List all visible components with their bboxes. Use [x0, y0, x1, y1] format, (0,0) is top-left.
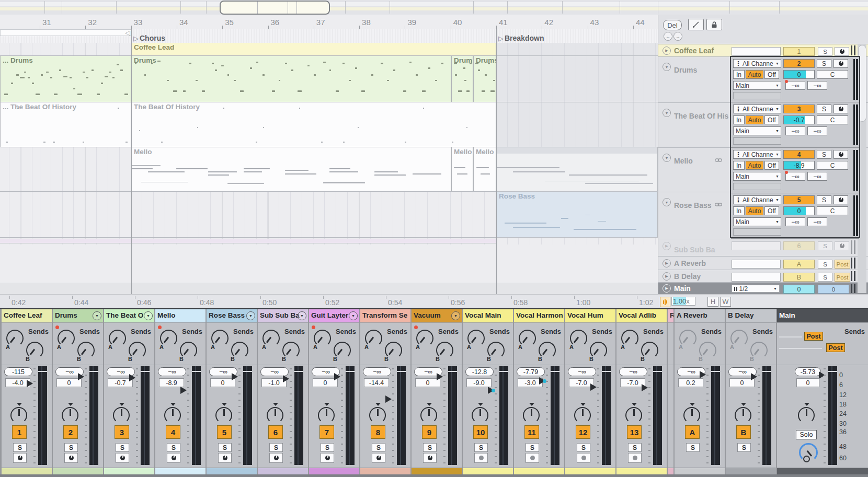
- fader-handle[interactable]: [700, 371, 706, 378]
- chevron-down-icon[interactable]: ▼: [663, 63, 671, 71]
- mixer-strip-transform-se[interactable]: Transform SeSendsAB−∞-14.48S: [360, 309, 410, 474]
- send-b-knob[interactable]: B: [639, 340, 660, 361]
- track-number-badge[interactable]: 5: [783, 195, 815, 204]
- solo-button[interactable]: S: [817, 104, 831, 113]
- monitor-auto-button[interactable]: Auto: [746, 206, 763, 215]
- solo-button[interactable]: S: [526, 443, 539, 452]
- arm-button[interactable]: [833, 59, 848, 68]
- send-a-knob[interactable]: A: [466, 328, 487, 349]
- arm-button[interactable]: [116, 453, 129, 463]
- send-b-knob[interactable]: B: [749, 340, 770, 361]
- send-b-knob[interactable]: B: [537, 340, 558, 361]
- pan-knob[interactable]: [573, 403, 593, 425]
- peak-level-display[interactable]: −∞: [568, 367, 596, 376]
- locator-breakdown[interactable]: ▷Breakdown: [498, 34, 544, 42]
- send-a-value[interactable]: −∞: [785, 172, 805, 181]
- pan-knob[interactable]: [734, 403, 753, 425]
- send-a-knob[interactable]: A: [517, 328, 538, 349]
- solo-button[interactable]: S: [64, 443, 78, 452]
- send-b-knob[interactable]: B: [588, 340, 609, 361]
- send-b-knob[interactable]: B: [76, 340, 97, 361]
- volume-value[interactable]: 0: [783, 206, 815, 215]
- track-number-button[interactable]: 6: [268, 425, 283, 439]
- output-routing-dropdown[interactable]: Main▼: [733, 172, 781, 181]
- strip-header[interactable]: Coffee Leaf: [2, 309, 52, 323]
- arm-button[interactable]: [13, 453, 27, 463]
- arm-button[interactable]: [833, 104, 848, 113]
- peak-level-display[interactable]: -7.79: [517, 367, 545, 376]
- monitor-off-button[interactable]: Off: [764, 206, 779, 215]
- chevron-down-icon[interactable]: ▼: [93, 311, 101, 320]
- fader-handle[interactable]: [437, 373, 443, 380]
- clip--the-beat-of-history[interactable]: ... The Beat Of History: [0, 102, 131, 147]
- track-number-button[interactable]: 5: [217, 425, 232, 439]
- arm-button[interactable]: [269, 453, 283, 463]
- pan-knob[interactable]: [471, 403, 490, 425]
- track-number-badge[interactable]: A: [783, 260, 815, 269]
- clip-the-beat-of-history[interactable]: The Beat Of History: [131, 102, 496, 147]
- mixer-strip-rose-bass[interactable]: Rose Bass▼SendsAB−∞05S: [207, 309, 257, 474]
- solo-button[interactable]: S: [818, 260, 832, 269]
- delete-automation-button[interactable]: Del: [663, 20, 682, 30]
- chevron-down-icon[interactable]: ▼: [451, 311, 460, 320]
- strip-header[interactable]: Guit Layter▼: [309, 309, 359, 323]
- volume-field[interactable]: -8.9: [159, 378, 184, 387]
- track-header-main[interactable]: ▶Main1/2▼00: [658, 282, 868, 294]
- pan-value[interactable]: C: [817, 115, 848, 124]
- audition-waveform-icon[interactable]: [660, 297, 670, 307]
- send-a-value[interactable]: −∞: [785, 126, 805, 135]
- fader-handle[interactable]: [27, 380, 33, 387]
- track-number-badge[interactable]: 1: [783, 47, 815, 56]
- track-number-badge[interactable]: 3: [783, 104, 815, 113]
- monitor-in-button[interactable]: In: [733, 115, 745, 124]
- fader-handle[interactable]: [642, 384, 648, 391]
- pan-knob[interactable]: [522, 403, 542, 425]
- fader-handle[interactable]: [283, 375, 289, 382]
- track-number-button[interactable]: 3: [115, 425, 129, 439]
- output-routing-dropdown[interactable]: Main▼: [733, 217, 781, 226]
- peak-level-display[interactable]: -12.8: [465, 367, 494, 376]
- fader-handle[interactable]: [232, 373, 238, 380]
- volume-field[interactable]: -14.4: [364, 378, 389, 387]
- strip-header[interactable]: Rose Bass▼: [207, 309, 257, 323]
- mixer-strip-vocal-adlib[interactable]: Vocal AdlibSendsAB−∞-7.013S: [616, 309, 667, 474]
- mixer-strip-sub-sub-ba[interactable]: Sub Sub Ba▼SendsAB−∞-1.06S: [258, 309, 308, 474]
- send-b-value[interactable]: −∞: [807, 172, 827, 181]
- output-routing-dropdown[interactable]: Main▼: [733, 81, 781, 90]
- send-b-knob[interactable]: B: [178, 340, 199, 361]
- overview-zoom-region[interactable]: [220, 1, 330, 15]
- strip-header[interactable]: Sub Sub Ba▼: [258, 309, 308, 323]
- track-header-a-reverb[interactable]: ▶A ReverbASPost: [658, 256, 868, 270]
- track-header-coffee-leaf[interactable]: ▶Coffee Leaf1S: [658, 44, 868, 56]
- fader-handle[interactable]: [334, 373, 340, 380]
- pan-value[interactable]: C: [817, 161, 848, 170]
- mixer-strip-b-delay[interactable]: B DelaySendsAB−∞0BS: [726, 309, 776, 474]
- monitor-auto-button[interactable]: Auto: [746, 70, 763, 79]
- send-a-knob[interactable]: A: [261, 328, 282, 349]
- arm-button[interactable]: [833, 150, 848, 159]
- strip-header[interactable]: The Beat O▼: [104, 309, 154, 323]
- volume-field[interactable]: 0.2: [678, 378, 703, 387]
- solo-button[interactable]: S: [321, 443, 334, 452]
- strip-header[interactable]: Drums▼: [53, 309, 103, 323]
- pan-value[interactable]: C: [817, 206, 848, 215]
- mixer-strip-vocal-main[interactable]: Vocal MainSendsAB-12.8-9.010S: [463, 309, 513, 474]
- send-a-post-toggle[interactable]: Post: [804, 332, 823, 341]
- monitor-auto-button[interactable]: Auto: [746, 161, 763, 170]
- track-header-sub-sub-ba[interactable]: ▶Sub Sub Ba6S: [658, 239, 868, 255]
- solo-button[interactable]: S: [817, 150, 831, 159]
- volume-value[interactable]: -8.9: [783, 161, 815, 170]
- pan-knob[interactable]: [112, 403, 132, 425]
- track-number-button[interactable]: 1: [12, 425, 27, 439]
- input-routing-dropdown[interactable]: ⋮All Channe▼: [733, 195, 781, 204]
- locator-row[interactable]: ◁ ▷Chorus ▷Breakdown: [0, 29, 658, 43]
- pan-knob[interactable]: [419, 403, 439, 425]
- send-b-knob[interactable]: B: [435, 340, 455, 361]
- strip-header[interactable]: Vocal Adlib: [616, 309, 667, 323]
- solo-button[interactable]: S: [474, 443, 488, 452]
- arm-button[interactable]: [167, 453, 180, 463]
- mixer-strip-guit-layter[interactable]: Guit Layter▼SendsAB−∞07S: [309, 309, 359, 474]
- peak-level-display[interactable]: −∞: [363, 367, 391, 376]
- strip-header[interactable]: Vocal Harmon: [514, 309, 564, 323]
- clip-drum[interactable]: Drum: [451, 56, 473, 102]
